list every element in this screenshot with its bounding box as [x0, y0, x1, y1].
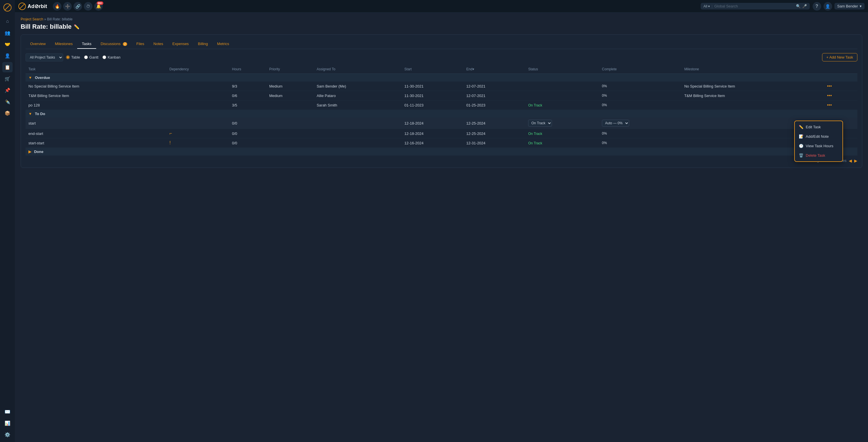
- task-hours-start: 0/0: [229, 118, 267, 129]
- task-name-3: po 128: [26, 100, 166, 110]
- search-scope-selector[interactable]: All ▾: [704, 4, 710, 8]
- sidebar-item-home[interactable]: ⌂: [2, 16, 12, 26]
- view-gantt-radio[interactable]: Gantt: [84, 55, 98, 59]
- task-start-3: 01-11-2023: [402, 100, 464, 110]
- user-menu[interactable]: Sam Bender ▾: [834, 3, 865, 9]
- app-logo: Ad⊘rbit: [19, 3, 47, 10]
- table-footer: Showing 1 to 9 of 9 entries ◀ ▶: [26, 156, 857, 163]
- task-start-start-start: 12-16-2024: [402, 138, 464, 148]
- sidebar-item-orders[interactable]: 🛒: [2, 73, 12, 84]
- svg-line-1: [5, 5, 10, 10]
- todo-toggle[interactable]: ▼: [28, 112, 32, 116]
- tab-expenses[interactable]: Expenses: [168, 39, 193, 49]
- sidebar-item-creatives[interactable]: ✒️: [2, 96, 12, 107]
- task-complete-3: 0%: [599, 100, 681, 110]
- topnav-plus-icon[interactable]: ➕: [63, 2, 72, 11]
- search-icon[interactable]: 🔍: [796, 4, 801, 8]
- task-complete-start[interactable]: Auto — 0% 0% 25% 50% 75% 100%: [599, 118, 681, 129]
- sidebar-item-contacts[interactable]: 👤: [2, 51, 12, 61]
- status-on-track-es[interactable]: On Track: [528, 132, 542, 136]
- task-status-start-start: On Track: [525, 138, 599, 148]
- topnav-bell-icon[interactable]: 🔔 99+: [94, 2, 103, 11]
- section-todo: ▼ To Do: [26, 110, 857, 118]
- view-table-radio[interactable]: Table: [66, 55, 80, 59]
- sidebar-item-tasks[interactable]: 📌: [2, 85, 12, 95]
- global-search-input[interactable]: [714, 4, 794, 8]
- sidebar-item-clients[interactable]: 🤝: [2, 39, 12, 50]
- top-navigation: Ad⊘rbit 🔥 ➕ 🔗 ⏱ 🔔 99+ All ▾ | 🔍 🎤 ?: [15, 0, 868, 12]
- task-complete-1: 0%: [599, 82, 681, 91]
- sidebar-item-team[interactable]: 👥: [2, 28, 12, 38]
- context-delete-task[interactable]: 🗑️ Delete Task: [795, 151, 842, 160]
- task-dots-3[interactable]: •••: [825, 102, 834, 108]
- tab-overview[interactable]: Overview: [26, 39, 50, 49]
- start-complete-dropdown[interactable]: Auto — 0% 0% 25% 50% 75% 100%: [602, 120, 629, 127]
- task-filter-select[interactable]: All Project Tasks: [26, 53, 63, 61]
- clock-icon: 🕐: [799, 144, 803, 148]
- task-menu-1: •••: [823, 82, 857, 91]
- task-start-end-start: 12-18-2024: [402, 129, 464, 138]
- topnav-fire-icon[interactable]: 🔥: [53, 2, 61, 11]
- context-edit-task[interactable]: ✏️ Edit Task: [795, 122, 842, 132]
- sidebar-item-settings[interactable]: ⚙️: [2, 430, 12, 440]
- pagination-prev[interactable]: ◀: [849, 158, 852, 163]
- task-dots-2[interactable]: •••: [825, 92, 834, 98]
- topnav-link-icon[interactable]: 🔗: [73, 2, 82, 11]
- delete-task-label: Delete Task: [806, 153, 825, 158]
- page-title-text: Bill Rate: billable: [21, 23, 71, 30]
- task-dots-1[interactable]: •••: [825, 83, 834, 89]
- search-scope-chevron: ▾: [708, 4, 710, 8]
- task-start-start: 12-18-2024: [402, 118, 464, 129]
- breadcrumb-separator: »: [44, 17, 46, 21]
- search-scope-label: All: [704, 4, 707, 8]
- task-assigned-3: Sarah Smith: [314, 100, 402, 110]
- project-card: Overview Milestones Tasks Discussions 2 …: [21, 34, 862, 168]
- tab-billing[interactable]: Billing: [193, 39, 213, 49]
- tab-metrics[interactable]: Metrics: [212, 39, 234, 49]
- done-toggle[interactable]: ▶: [28, 150, 31, 154]
- user-avatar-icon[interactable]: 👤: [824, 2, 832, 11]
- tab-notes[interactable]: Notes: [149, 39, 168, 49]
- status-on-track-ss[interactable]: On Track: [528, 141, 542, 145]
- edit-title-icon[interactable]: ✏️: [74, 24, 80, 30]
- tab-discussions[interactable]: Discussions 2: [96, 39, 132, 49]
- breadcrumb-parent[interactable]: Project Search: [21, 17, 43, 21]
- task-dep-1: [166, 82, 229, 91]
- help-icon[interactable]: ?: [813, 2, 821, 11]
- col-end[interactable]: End▾: [464, 65, 526, 74]
- global-search-area: All ▾ | 🔍 🎤: [701, 3, 810, 9]
- col-actions: [823, 65, 857, 74]
- sidebar-item-reports[interactable]: 📊: [2, 418, 12, 428]
- mic-icon[interactable]: 🎤: [802, 4, 807, 8]
- task-priority-start: [267, 118, 314, 129]
- start-status-dropdown[interactable]: On Track At Risk Off Track: [528, 120, 552, 127]
- task-hours-1: 9/3: [229, 82, 267, 91]
- tasks-toolbar: All Project Tasks Table Gantt Kanban + A: [26, 53, 857, 61]
- sidebar: ⌂ 👥 🤝 👤 📋 🛒 📌 ✒️ 📦 ✉️ 📊 ⚙️: [0, 0, 15, 442]
- task-assigned-2: Allie Pataro: [314, 91, 402, 100]
- view-kanban-radio[interactable]: Kanban: [102, 55, 121, 59]
- user-name: Sam Bender: [837, 4, 858, 8]
- task-end-start-start: 12-31-2024: [464, 138, 526, 148]
- task-milestone-2: T&M Billing Service Item: [681, 91, 823, 100]
- task-priority-1: Medium: [267, 82, 314, 91]
- status-on-track-3[interactable]: On Track: [528, 103, 542, 107]
- topnav-clock-icon[interactable]: ⏱: [84, 2, 92, 11]
- tab-milestones[interactable]: Milestones: [50, 39, 77, 49]
- sidebar-item-messages[interactable]: ✉️: [2, 406, 12, 417]
- task-dep-2: [166, 91, 229, 100]
- table-row: end-start ⌐ 0/0 12-18-2024 12-25-2024 On…: [26, 129, 857, 138]
- context-view-hours[interactable]: 🕐 View Task Hours: [795, 141, 842, 151]
- sidebar-item-projects[interactable]: 📋: [2, 62, 12, 72]
- tab-tasks[interactable]: Tasks: [77, 39, 96, 49]
- notification-badge: 99+: [97, 1, 103, 5]
- sidebar-item-inventory[interactable]: 📦: [2, 108, 12, 118]
- col-task: Task: [26, 65, 166, 74]
- pagination-next[interactable]: ▶: [854, 158, 857, 163]
- context-add-note[interactable]: 📝 Add/Edit Note: [795, 132, 842, 141]
- task-status-start[interactable]: On Track At Risk Off Track: [525, 118, 599, 129]
- overdue-toggle[interactable]: ▼: [28, 75, 32, 80]
- task-complete-end-start: 0%: [599, 129, 681, 138]
- add-new-task-button[interactable]: + Add New Task: [822, 53, 857, 61]
- tab-files[interactable]: Files: [132, 39, 149, 49]
